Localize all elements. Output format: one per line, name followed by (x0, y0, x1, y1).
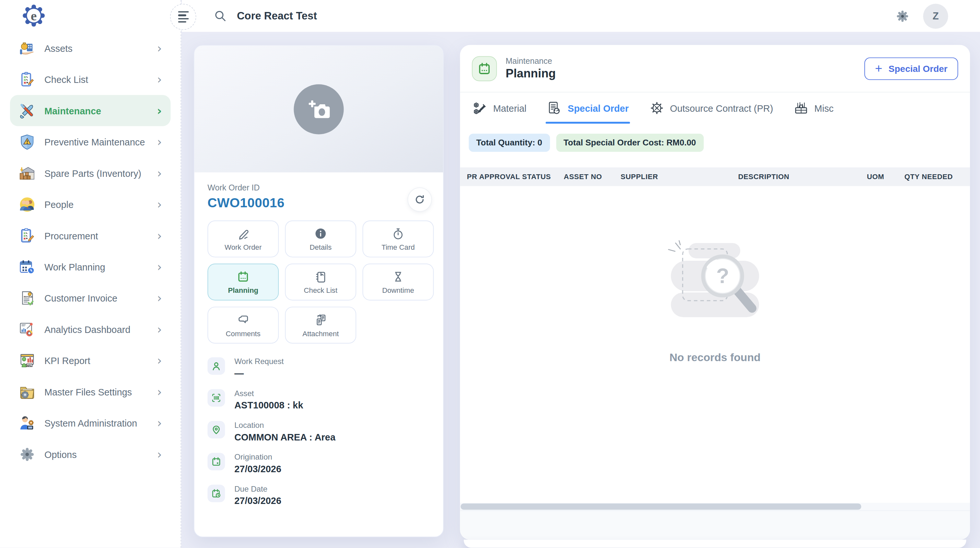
detail-label: Location (234, 421, 336, 430)
app: e Assets › (0, 0, 980, 548)
warehouse-icon (19, 165, 36, 181)
action-downtime[interactable]: Downtime (363, 264, 434, 300)
folder-gear-icon (19, 383, 36, 400)
kpi-icon: KPI (19, 352, 36, 369)
tab-label: Outsource Contract (PR) (670, 103, 773, 113)
column-supplier: SUPPLIER (620, 173, 738, 180)
sidebar-item-procurement[interactable]: Procurement › (10, 220, 171, 251)
detail-location: Location COMMON AREA : Area (207, 421, 430, 442)
sidebar-toggle-button[interactable] (170, 4, 196, 30)
calendar-icon (237, 270, 250, 283)
page-title: Planning (506, 67, 556, 80)
action-comments[interactable]: Comments (207, 307, 279, 344)
calendar-clock-color-icon (19, 258, 36, 275)
detail-value: — (234, 368, 283, 379)
sidebar-item-options[interactable]: Options › (10, 438, 171, 470)
chevron-right-icon: › (157, 230, 162, 241)
detail-value: 27/03/2026 (234, 464, 281, 474)
tab-outsource-contract[interactable]: Outsource Contract (PR) (649, 92, 773, 123)
sidebar-item-spare-parts[interactable]: Spare Parts (Inventory) › (10, 157, 171, 189)
sidebar-item-label: Check List (45, 74, 88, 85)
add-special-order-button[interactable]: + Special Order (864, 57, 958, 79)
documents-icon (314, 313, 327, 326)
column-qty-needed: QTY NEEDED (905, 173, 970, 180)
column-pr-approval-status: PR APPROVAL STATUS (460, 173, 563, 180)
panel-header: Maintenance Planning + Special Order (460, 45, 970, 92)
map-pin-icon (207, 421, 225, 438)
refresh-icon (415, 194, 425, 205)
chevron-right-icon: › (157, 417, 162, 429)
action-attachment[interactable]: Attachment (285, 307, 356, 344)
detail-value: COMMON AREA : Area (234, 432, 336, 442)
tab-material[interactable]: Material (473, 92, 527, 123)
info-icon (314, 227, 327, 240)
chevron-right-icon: › (157, 42, 162, 54)
table-body-empty: ? No records found (460, 186, 970, 503)
work-order-actions: Work Order Details Time Card (207, 221, 430, 344)
svg-text:INVOICE: INVOICE (24, 295, 33, 298)
action-label: Attachment (302, 329, 339, 337)
action-label: Details (310, 243, 331, 251)
column-uom: UOM (867, 173, 905, 180)
avatar-initial: Z (933, 10, 939, 22)
action-time-card[interactable]: Time Card (363, 221, 434, 257)
calendar-clock-icon (207, 485, 225, 502)
detail-value: AST100008 : kk (234, 400, 303, 410)
sidebar-item-work-planning[interactable]: Work Planning › (10, 251, 171, 282)
stacked-card-edge (464, 540, 966, 548)
sidebar-item-check-list[interactable]: Check List › (10, 64, 171, 95)
refresh-button[interactable] (407, 187, 432, 212)
global-search[interactable]: Core React Test (214, 10, 317, 22)
settings-gear-icon[interactable] (896, 9, 909, 23)
detail-work-request: Work Request — (207, 357, 430, 379)
sidebar-item-people[interactable]: People › (10, 189, 171, 219)
panel-titles: Maintenance Planning (506, 56, 556, 81)
chevron-right-icon: › (157, 386, 162, 398)
sidebar-item-analytics-dashboard[interactable]: Analytics Dashboard › (10, 313, 171, 345)
tab-label: Special Order (568, 103, 629, 113)
search-value: Core React Test (237, 10, 317, 22)
sidebar-item-system-administration[interactable]: System Administration › (10, 407, 171, 438)
topbar: Core React Test Z (182, 0, 980, 32)
action-planning[interactable]: Planning (207, 264, 279, 300)
chevron-right-icon: › (157, 261, 162, 273)
sidebar-item-master-files-settings[interactable]: Master Files Settings › (10, 376, 171, 407)
chevron-right-icon: › (157, 448, 162, 460)
sidebar-item-customer-invoice[interactable]: INVOICE Customer Invoice › (10, 283, 171, 313)
tab-misc[interactable]: Misc (794, 92, 834, 123)
sidebar-item-assets[interactable]: Assets › (10, 32, 171, 64)
tab-special-order[interactable]: Special Order (547, 92, 629, 123)
check-list-icon (19, 71, 36, 88)
sidebar-item-maintenance[interactable]: Maintenance › (10, 95, 171, 126)
user-avatar[interactable]: Z (923, 3, 948, 29)
sidebar-item-kpi-report[interactable]: KPI KPI Report › (10, 345, 171, 376)
planning-panel: Maintenance Planning + Special Order (460, 45, 970, 540)
action-details[interactable]: Details (285, 221, 356, 257)
action-check-list[interactable]: Check List (285, 264, 356, 300)
hourglass-icon (392, 270, 404, 283)
horizontal-scrollbar-thumb[interactable] (460, 503, 861, 510)
work-order-id-value: CWO100016 (207, 195, 430, 211)
sidebar-item-label: Preventive Maintenance (45, 137, 145, 147)
horizontal-scrollbar (460, 503, 970, 511)
shield-warning-icon (19, 133, 36, 150)
notebook-icon (314, 270, 327, 283)
chevron-right-icon: › (157, 198, 162, 210)
clipboard-pencil-icon (19, 227, 36, 244)
gear-icon (19, 446, 36, 462)
detail-label: Work Request (234, 357, 283, 366)
sidebar-item-label: People (45, 199, 73, 210)
tab-label: Material (493, 103, 527, 113)
sidebar: e Assets › (0, 0, 181, 548)
sidebar-item-label: Analytics Dashboard (45, 324, 130, 335)
plus-icon: + (875, 62, 883, 74)
column-asset-no: ASSET NO (564, 173, 620, 180)
action-work-order[interactable]: Work Order (207, 221, 279, 257)
column-description: DESCRIPTION (738, 173, 867, 180)
sidebar-item-preventive-maintenance[interactable]: Preventive Maintenance › (10, 126, 171, 157)
summary-badges: Total Quantity: 0 Total Special Order Co… (460, 124, 970, 167)
photo-upload-area[interactable] (194, 46, 443, 172)
sidebar-item-label: Procurement (45, 230, 98, 241)
calendar-icon (207, 453, 225, 470)
total-cost-badge: Total Special Order Cost: RM0.00 (556, 134, 703, 152)
